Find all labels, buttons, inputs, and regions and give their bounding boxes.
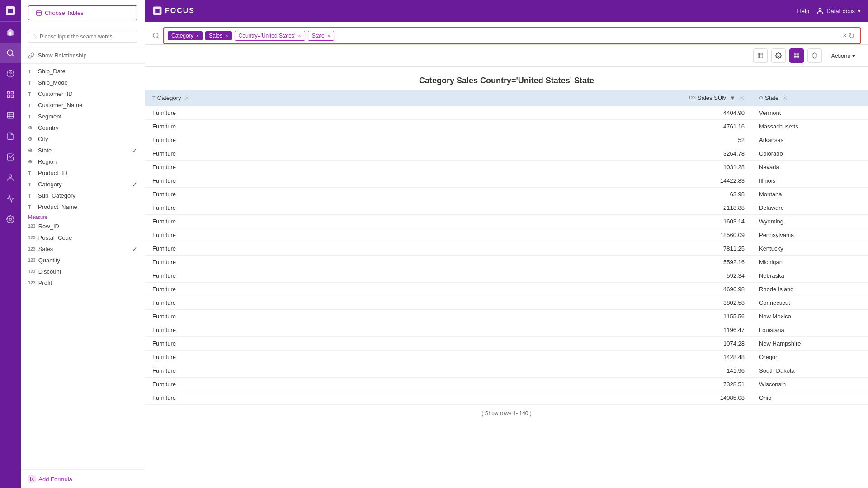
cell-sales: 1031.28	[378, 161, 752, 174]
sidebar-list: T Ship_Date T Ship_Mode T Customer_ID T …	[21, 64, 145, 469]
search-bar-actions: × ↻	[843, 32, 856, 40]
sidebar-item-discount[interactable]: 123 Discount	[21, 266, 145, 277]
tag-state[interactable]: State ×	[308, 31, 334, 41]
refresh-search-button[interactable]: ↻	[849, 32, 854, 40]
tag-country-label: Country='United States'	[239, 33, 296, 39]
tag-sales[interactable]: Sales ×	[205, 31, 231, 40]
sidebar-item-quantity[interactable]: 123 Quantity	[21, 255, 145, 266]
tag-country[interactable]: Country='United States' ×	[235, 31, 305, 41]
sidebar-item-city[interactable]: ⊕ City	[21, 133, 145, 145]
sidebar-item-country[interactable]: ⊕ Country	[21, 122, 145, 133]
tag-country-close[interactable]: ×	[298, 33, 301, 38]
toolbar-chart-button[interactable]	[807, 48, 822, 63]
toolbar-settings-button[interactable]	[771, 48, 786, 63]
tag-category-close[interactable]: ×	[196, 33, 199, 38]
search-bar-icon[interactable]	[152, 32, 160, 39]
item-label-customer-name: Customer_Name	[38, 102, 82, 109]
tag-category[interactable]: Category ×	[168, 31, 203, 40]
nav-search-icon[interactable]	[0, 43, 21, 63]
cell-state: New Hampshire	[752, 337, 868, 351]
item-label-sub-category: Sub_Category	[38, 192, 75, 199]
nav-grid-icon[interactable]	[0, 84, 21, 105]
cell-state: Vermont	[752, 106, 868, 120]
svg-point-37	[741, 97, 742, 99]
nav-table-icon[interactable]	[0, 105, 21, 126]
add-formula-button[interactable]: fx Add Formula	[28, 475, 72, 483]
cell-state: Arkansas	[752, 133, 868, 147]
toolbar-layout1-button[interactable]	[753, 48, 768, 63]
sidebar-item-postal-code[interactable]: 123 Postal_Code	[21, 232, 145, 243]
sidebar-search-input[interactable]	[40, 33, 133, 40]
sidebar-item-row-id[interactable]: 123 Row_ID	[21, 221, 145, 232]
table-header-row: T Category 123 Sales SUM ▼	[145, 90, 868, 106]
item-label-segment: Segment	[38, 113, 61, 120]
sidebar-item-category[interactable]: T Category ✓	[21, 179, 145, 190]
main-content: FOCUS Help DataFocus ▾ Category × Sales …	[145, 0, 868, 488]
table-row: Furniture 1155.56 New Mexico	[145, 310, 868, 323]
col-header-state[interactable]: ⊕ State	[752, 90, 868, 106]
nav-settings-icon[interactable]	[0, 209, 21, 230]
tag-category-label: Category	[171, 33, 193, 39]
nav-doc-icon[interactable]	[0, 126, 21, 147]
sidebar-item-segment[interactable]: T Segment	[21, 111, 145, 122]
cell-state: Illinois	[752, 174, 868, 188]
sidebar-item-region[interactable]: ⊕ Region	[21, 156, 145, 167]
show-relationship-item[interactable]: Show Relationship	[21, 47, 145, 64]
actions-button[interactable]: Actions ▾	[826, 50, 861, 62]
sidebar-item-sales[interactable]: 123 Sales ✓	[21, 243, 145, 255]
data-table: T Category 123 Sales SUM ▼	[145, 90, 868, 405]
svg-rect-31	[794, 53, 799, 58]
tag-sales-close[interactable]: ×	[225, 33, 228, 38]
table-row: Furniture 1074.28 New Hampshire	[145, 337, 868, 351]
sidebar-item-ship-date[interactable]: T Ship_Date	[21, 66, 145, 77]
nav-person-icon[interactable]	[0, 167, 21, 188]
col-header-sales[interactable]: 123 Sales SUM ▼	[378, 90, 752, 106]
svg-rect-1	[8, 9, 13, 13]
top-bar-left: FOCUS	[152, 6, 195, 16]
user-info[interactable]: DataFocus ▾	[816, 7, 861, 14]
cell-sales: 52	[378, 133, 752, 147]
cell-sales: 5592.16	[378, 256, 752, 269]
item-label-ship-mode: Ship_Mode	[38, 79, 68, 86]
item-label-row-id: Row_ID	[38, 223, 59, 230]
cell-category: Furniture	[145, 242, 378, 256]
sidebar-item-state[interactable]: ⊕ State ✓	[21, 145, 145, 156]
item-label-product-name: Product_Name	[38, 204, 77, 210]
sidebar-item-product-name[interactable]: T Product_Name	[21, 201, 145, 213]
sidebar-item-ship-mode[interactable]: T Ship_Mode	[21, 77, 145, 88]
cell-category: Furniture	[145, 174, 378, 188]
svg-point-25	[153, 33, 158, 38]
nav-task-icon[interactable]	[0, 147, 21, 167]
sidebar-item-sub-category[interactable]: T Sub_Category	[21, 190, 145, 201]
cell-state: Louisiana	[752, 323, 868, 337]
tag-state-close[interactable]: ×	[327, 33, 330, 38]
cell-category: Furniture	[145, 337, 378, 351]
sidebar-item-profit[interactable]: 123 Profit	[21, 277, 145, 289]
type-icon-state: ⊕	[28, 147, 35, 153]
nav-analytics-icon[interactable]	[0, 188, 21, 209]
clear-search-button[interactable]: ×	[843, 32, 847, 40]
nav-help-icon[interactable]	[0, 63, 21, 84]
col-settings-sales[interactable]	[739, 95, 745, 101]
toolbar-table-button[interactable]	[789, 48, 804, 63]
type-icon-customer-id: T	[28, 91, 35, 97]
sidebar-footer: fx Add Formula	[21, 469, 145, 488]
col-header-category[interactable]: T Category	[145, 90, 378, 106]
svg-point-15	[9, 218, 12, 221]
cell-sales: 1196.47	[378, 323, 752, 337]
help-link[interactable]: Help	[797, 8, 809, 14]
table-icon	[36, 10, 42, 16]
sidebar-item-customer-name[interactable]: T Customer_Name	[21, 99, 145, 111]
svg-point-38	[784, 97, 786, 99]
col-settings-category[interactable]	[184, 95, 190, 101]
col-settings-state[interactable]	[782, 95, 788, 101]
sidebar-item-customer-id[interactable]: T Customer_ID	[21, 88, 145, 99]
cell-category: Furniture	[145, 228, 378, 242]
choose-tables-button[interactable]: Choose Tables	[28, 5, 137, 20]
search-bar-container[interactable]: Category × Sales × Country='United State…	[163, 27, 861, 44]
cell-category: Furniture	[145, 283, 378, 296]
svg-point-2	[7, 50, 13, 55]
sidebar-item-product-id[interactable]: T Product_ID	[21, 167, 145, 179]
nav-home-icon[interactable]	[0, 22, 21, 43]
table-grid-icon	[793, 52, 800, 59]
